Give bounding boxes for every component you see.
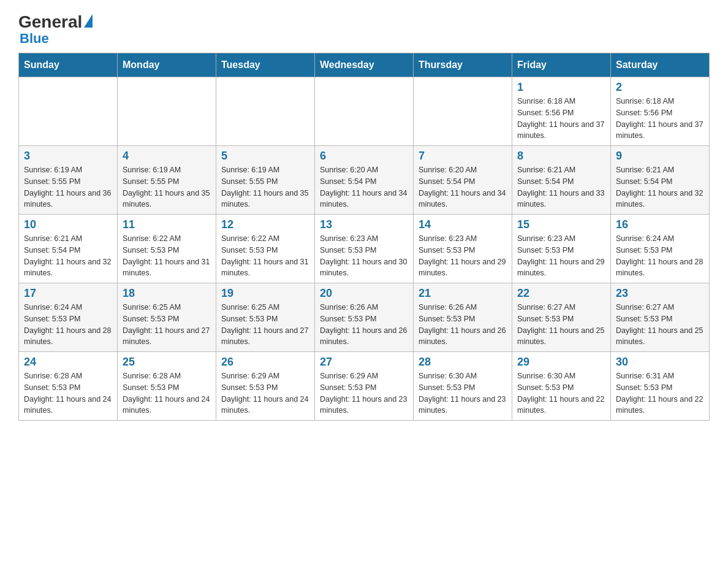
logo-triangle-icon xyxy=(84,14,93,28)
page-header: General Blue xyxy=(18,12,710,47)
day-info: Sunrise: 6:23 AM Sunset: 5:53 PM Dayligh… xyxy=(320,233,408,279)
day-info: Sunrise: 6:29 AM Sunset: 5:53 PM Dayligh… xyxy=(221,370,309,416)
day-info: Sunrise: 6:29 AM Sunset: 5:53 PM Dayligh… xyxy=(320,370,408,416)
day-number: 23 xyxy=(616,287,704,300)
day-info: Sunrise: 6:25 AM Sunset: 5:53 PM Dayligh… xyxy=(123,302,211,348)
day-info: Sunrise: 6:24 AM Sunset: 5:53 PM Dayligh… xyxy=(616,233,704,279)
day-number: 9 xyxy=(616,150,704,163)
calendar-header-saturday: Saturday xyxy=(611,53,710,77)
calendar-cell: 8Sunrise: 6:21 AM Sunset: 5:54 PM Daylig… xyxy=(512,146,611,215)
calendar-cell: 13Sunrise: 6:23 AM Sunset: 5:53 PM Dayli… xyxy=(315,215,414,283)
day-info: Sunrise: 6:31 AM Sunset: 5:53 PM Dayligh… xyxy=(616,370,704,416)
day-number: 28 xyxy=(419,356,507,369)
day-info: Sunrise: 6:24 AM Sunset: 5:53 PM Dayligh… xyxy=(24,302,112,348)
calendar-cell: 10Sunrise: 6:21 AM Sunset: 5:54 PM Dayli… xyxy=(19,215,118,283)
calendar-cell: 1Sunrise: 6:18 AM Sunset: 5:56 PM Daylig… xyxy=(512,77,611,146)
day-info: Sunrise: 6:19 AM Sunset: 5:55 PM Dayligh… xyxy=(221,164,309,210)
calendar-table: SundayMondayTuesdayWednesdayThursdayFrid… xyxy=(18,53,710,421)
day-info: Sunrise: 6:19 AM Sunset: 5:55 PM Dayligh… xyxy=(24,164,112,210)
calendar-cell: 28Sunrise: 6:30 AM Sunset: 5:53 PM Dayli… xyxy=(414,352,512,421)
calendar-cell xyxy=(19,77,118,146)
calendar-cell: 7Sunrise: 6:20 AM Sunset: 5:54 PM Daylig… xyxy=(414,146,512,215)
day-number: 30 xyxy=(616,356,704,369)
day-number: 4 xyxy=(123,150,211,163)
day-info: Sunrise: 6:27 AM Sunset: 5:53 PM Dayligh… xyxy=(616,302,704,348)
day-info: Sunrise: 6:28 AM Sunset: 5:53 PM Dayligh… xyxy=(123,370,211,416)
calendar-cell: 4Sunrise: 6:19 AM Sunset: 5:55 PM Daylig… xyxy=(118,146,216,215)
calendar-cell: 3Sunrise: 6:19 AM Sunset: 5:55 PM Daylig… xyxy=(19,146,118,215)
calendar-cell: 5Sunrise: 6:19 AM Sunset: 5:55 PM Daylig… xyxy=(216,146,315,215)
day-number: 27 xyxy=(320,356,408,369)
calendar-cell: 6Sunrise: 6:20 AM Sunset: 5:54 PM Daylig… xyxy=(315,146,414,215)
calendar-week-row-5: 24Sunrise: 6:28 AM Sunset: 5:53 PM Dayli… xyxy=(19,352,710,421)
day-number: 18 xyxy=(123,287,211,300)
day-number: 15 xyxy=(517,218,605,231)
calendar-cell: 12Sunrise: 6:22 AM Sunset: 5:53 PM Dayli… xyxy=(216,215,315,283)
day-number: 12 xyxy=(221,218,309,231)
day-number: 13 xyxy=(320,218,408,231)
calendar-cell: 19Sunrise: 6:25 AM Sunset: 5:53 PM Dayli… xyxy=(216,283,315,352)
calendar-cell: 24Sunrise: 6:28 AM Sunset: 5:53 PM Dayli… xyxy=(19,352,118,421)
calendar-cell: 27Sunrise: 6:29 AM Sunset: 5:53 PM Dayli… xyxy=(315,352,414,421)
logo-blue-text: Blue xyxy=(20,31,49,47)
calendar-header-tuesday: Tuesday xyxy=(216,53,315,77)
day-number: 20 xyxy=(320,287,408,300)
day-info: Sunrise: 6:26 AM Sunset: 5:53 PM Dayligh… xyxy=(419,302,507,348)
calendar-cell xyxy=(414,77,512,146)
calendar-cell: 17Sunrise: 6:24 AM Sunset: 5:53 PM Dayli… xyxy=(19,283,118,352)
day-number: 5 xyxy=(221,150,309,163)
day-info: Sunrise: 6:23 AM Sunset: 5:53 PM Dayligh… xyxy=(419,233,507,279)
calendar-cell: 23Sunrise: 6:27 AM Sunset: 5:53 PM Dayli… xyxy=(611,283,710,352)
calendar-header-sunday: Sunday xyxy=(19,53,118,77)
calendar-cell: 14Sunrise: 6:23 AM Sunset: 5:53 PM Dayli… xyxy=(414,215,512,283)
day-number: 19 xyxy=(221,287,309,300)
day-info: Sunrise: 6:30 AM Sunset: 5:53 PM Dayligh… xyxy=(517,370,605,416)
day-info: Sunrise: 6:20 AM Sunset: 5:54 PM Dayligh… xyxy=(320,164,408,210)
day-info: Sunrise: 6:23 AM Sunset: 5:53 PM Dayligh… xyxy=(517,233,605,279)
day-number: 6 xyxy=(320,150,408,163)
day-number: 7 xyxy=(419,150,507,163)
day-info: Sunrise: 6:30 AM Sunset: 5:53 PM Dayligh… xyxy=(419,370,507,416)
calendar-week-row-3: 10Sunrise: 6:21 AM Sunset: 5:54 PM Dayli… xyxy=(19,215,710,283)
calendar-cell: 16Sunrise: 6:24 AM Sunset: 5:53 PM Dayli… xyxy=(611,215,710,283)
calendar-week-row-4: 17Sunrise: 6:24 AM Sunset: 5:53 PM Dayli… xyxy=(19,283,710,352)
calendar-cell: 25Sunrise: 6:28 AM Sunset: 5:53 PM Dayli… xyxy=(118,352,216,421)
day-number: 21 xyxy=(419,287,507,300)
calendar-cell: 11Sunrise: 6:22 AM Sunset: 5:53 PM Dayli… xyxy=(118,215,216,283)
calendar-cell: 29Sunrise: 6:30 AM Sunset: 5:53 PM Dayli… xyxy=(512,352,611,421)
calendar-header-wednesday: Wednesday xyxy=(315,53,414,77)
day-number: 16 xyxy=(616,218,704,231)
day-info: Sunrise: 6:19 AM Sunset: 5:55 PM Dayligh… xyxy=(123,164,211,210)
calendar-cell: 22Sunrise: 6:27 AM Sunset: 5:53 PM Dayli… xyxy=(512,283,611,352)
day-number: 25 xyxy=(123,356,211,369)
calendar-header-row: SundayMondayTuesdayWednesdayThursdayFrid… xyxy=(19,53,710,77)
day-info: Sunrise: 6:18 AM Sunset: 5:56 PM Dayligh… xyxy=(616,96,704,142)
day-number: 8 xyxy=(517,150,605,163)
day-number: 3 xyxy=(24,150,112,163)
calendar-cell xyxy=(315,77,414,146)
day-info: Sunrise: 6:21 AM Sunset: 5:54 PM Dayligh… xyxy=(517,164,605,210)
day-info: Sunrise: 6:18 AM Sunset: 5:56 PM Dayligh… xyxy=(517,96,605,142)
calendar-cell: 26Sunrise: 6:29 AM Sunset: 5:53 PM Dayli… xyxy=(216,352,315,421)
calendar-cell: 30Sunrise: 6:31 AM Sunset: 5:53 PM Dayli… xyxy=(611,352,710,421)
calendar-cell xyxy=(216,77,315,146)
day-info: Sunrise: 6:21 AM Sunset: 5:54 PM Dayligh… xyxy=(616,164,704,210)
day-number: 14 xyxy=(419,218,507,231)
day-info: Sunrise: 6:28 AM Sunset: 5:53 PM Dayligh… xyxy=(24,370,112,416)
day-number: 1 xyxy=(517,81,605,94)
day-number: 26 xyxy=(221,356,309,369)
calendar-header-thursday: Thursday xyxy=(414,53,512,77)
logo: General Blue xyxy=(18,12,93,47)
day-number: 29 xyxy=(517,356,605,369)
day-info: Sunrise: 6:26 AM Sunset: 5:53 PM Dayligh… xyxy=(320,302,408,348)
calendar-cell: 15Sunrise: 6:23 AM Sunset: 5:53 PM Dayli… xyxy=(512,215,611,283)
day-info: Sunrise: 6:27 AM Sunset: 5:53 PM Dayligh… xyxy=(517,302,605,348)
calendar-cell: 18Sunrise: 6:25 AM Sunset: 5:53 PM Dayli… xyxy=(118,283,216,352)
day-info: Sunrise: 6:22 AM Sunset: 5:53 PM Dayligh… xyxy=(123,233,211,279)
calendar-header-monday: Monday xyxy=(118,53,216,77)
logo-general-text: General xyxy=(18,12,82,32)
calendar-cell: 20Sunrise: 6:26 AM Sunset: 5:53 PM Dayli… xyxy=(315,283,414,352)
day-number: 2 xyxy=(616,81,704,94)
calendar-week-row-1: 1Sunrise: 6:18 AM Sunset: 5:56 PM Daylig… xyxy=(19,77,710,146)
day-info: Sunrise: 6:22 AM Sunset: 5:53 PM Dayligh… xyxy=(221,233,309,279)
